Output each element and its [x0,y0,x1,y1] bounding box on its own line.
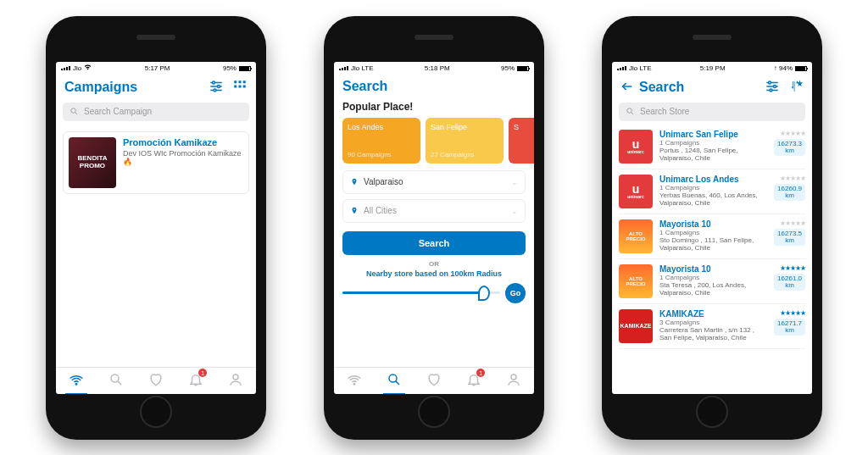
battery-icon [795,66,807,71]
svg-point-21 [511,375,516,380]
store-addr: Carretera San Martin , s/n 132 , San Fel… [659,326,767,341]
header: Search [334,75,534,97]
go-button[interactable]: Go [505,283,526,303]
radius-slider[interactable] [342,291,500,294]
page-title: Search [639,80,684,95]
battery-label: 95% [223,64,236,72]
place-name: San Felipe [431,123,498,131]
place-name: Los Andes [348,123,415,131]
store-thumb: ALTO PRECIO [619,264,653,298]
badge-count: 1 [198,369,207,377]
store-list: uunimarc Unimarc San Felipe 1 Campaigns … [612,125,812,394]
search-icon [626,107,635,116]
svg-rect-6 [234,80,236,83]
tab-search[interactable] [387,372,402,389]
search-input[interactable]: Search Campaign [63,103,249,121]
svg-rect-8 [243,80,246,83]
battery-icon [517,66,529,71]
store-row[interactable]: KAMIKAZE KAMIKAZE 3 Campaigns Carretera … [619,304,805,349]
store-addr: Sta Teresa , 200, Los Andes, Valparaiso,… [659,281,767,297]
region-select[interactable]: Valparaiso ⌄ [342,170,526,194]
distance-badge: 16271.7km [774,319,805,336]
tab-favorites[interactable] [426,372,442,389]
place-card[interactable]: S [509,118,534,164]
phone-stores: Jio LTE 5:19 PM ↑ 94% Search [602,16,822,440]
svg-line-16 [118,381,121,385]
slider-knob[interactable] [478,286,490,301]
store-row[interactable]: uunimarc Unimarc Los Andes 1 Campaigns Y… [619,169,805,214]
store-sub: 1 Campaigns [659,229,767,236]
svg-point-15 [111,375,119,382]
store-row[interactable]: ALTO PRECIO Mayorista 10 1 Campaigns Sta… [619,259,805,304]
campaign-sub: Dev IOS WIc Promoción Kamikaze 🔥 [123,149,243,168]
place-card[interactable]: Los Andes90 Campaigns [342,118,420,164]
signal-icon [617,66,626,70]
store-title: Unimarc Los Andes [659,175,767,184]
svg-point-14 [75,384,77,386]
sort-icon[interactable] [788,79,804,96]
campaign-title: Promoción Kamikaze [123,137,243,147]
svg-point-12 [71,108,76,113]
svg-point-5 [214,89,216,92]
store-sub: 1 Campaigns [659,274,767,281]
svg-point-28 [770,89,772,92]
wifi-icon [84,64,92,73]
svg-point-29 [627,108,632,113]
store-row[interactable]: ALTO PRECIO Mayorista 10 1 Campaigns Sto… [619,214,805,259]
svg-rect-7 [239,80,242,83]
carrier-label: Jio [73,64,81,72]
store-thumb: uunimarc [619,130,653,164]
store-thumb: ALTO PRECIO [619,219,653,253]
carrier-label: Jio LTE [629,64,652,72]
nearby-label: Nearby store based on 100km Radius [334,269,534,278]
search-icon [70,107,79,116]
battery-label: ↑ 94% [774,64,793,72]
place-card[interactable]: San Felipe27 Campaigns [426,118,504,164]
star-rating: ★★★★★ [780,130,805,137]
pin-icon [350,207,359,215]
store-title: Mayorista 10 [659,264,767,274]
carrier-label: Jio LTE [351,64,374,72]
tab-search[interactable] [108,372,124,389]
screen: Jio LTE 5:18 PM 95% Search Popular Place… [334,62,534,394]
tab-profile[interactable] [506,372,521,389]
badge-count: 1 [476,369,485,377]
clock: 5:18 PM [425,64,450,72]
store-addr: Yerbas Buenas, 460, Los Andes, Valparais… [659,191,767,207]
status-bar: Jio 5:17 PM 95% [56,62,256,75]
search-button[interactable]: Search [342,231,526,255]
phone-campaigns: Jio 5:17 PM 95% Campaigns [46,16,266,440]
place-count: 90 Campaigns [348,151,415,158]
or-label: OR [334,260,534,268]
clock: 5:17 PM [145,64,170,72]
tab-notifications[interactable]: 1 [188,372,203,389]
battery-label: 95% [501,64,515,72]
back-icon[interactable] [620,80,634,95]
store-sub: 1 Campaigns [659,139,767,147]
grid-icon[interactable] [232,79,248,96]
tab-profile[interactable] [228,372,243,389]
status-bar: Jio LTE 5:19 PM ↑ 94% [612,62,812,75]
svg-rect-9 [234,85,236,87]
bottom-tabs: 1 [334,367,534,394]
tab-wifi[interactable] [347,372,362,389]
tab-wifi[interactable] [69,372,84,389]
campaign-card[interactable]: BENDITA PROMO Promoción Kamikaze Dev IOS… [63,131,249,194]
svg-point-4 [218,85,220,87]
city-select[interactable]: All Cities ⌄ [342,199,526,223]
region-value: Valparaiso [364,177,403,186]
svg-point-26 [769,81,771,84]
filter-icon[interactable] [209,79,224,96]
svg-line-20 [396,381,399,385]
battery-icon [239,66,251,71]
store-addr: Sto Domingo , 111, San Felipe, Valparais… [659,236,767,252]
tab-favorites[interactable] [148,372,164,389]
clock: 5:19 PM [700,64,726,72]
tab-notifications[interactable]: 1 [466,372,481,389]
screen: Jio 5:17 PM 95% Campaigns [56,62,256,394]
store-row[interactable]: uunimarc Unimarc San Felipe 1 Campaigns … [619,125,805,169]
status-bar: Jio LTE 5:18 PM 95% [334,62,534,75]
filter-icon[interactable] [765,79,780,96]
search-input[interactable]: Search Store [619,103,805,121]
place-name: S [514,123,534,131]
